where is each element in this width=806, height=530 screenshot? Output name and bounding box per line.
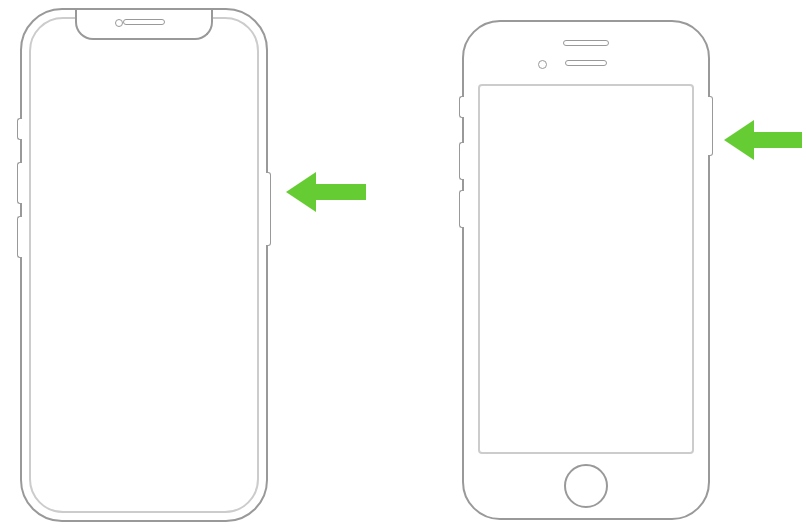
volume-down-button [17,216,22,258]
phone-home-button [462,20,710,520]
mute-switch [17,118,22,140]
side-button [708,96,713,156]
volume-down-button [459,190,464,228]
home-button [564,464,608,508]
phone-top-speaker [563,40,609,46]
phone-face-id [20,8,268,522]
volume-up-button [17,162,22,204]
phone-screen [29,17,259,513]
arrow-left-icon [716,112,806,168]
arrow-left-icon [276,164,374,220]
volume-up-button [459,142,464,180]
phone-camera-icon [538,60,547,69]
phone-screen [478,84,694,454]
mute-switch [459,96,464,118]
phone-speaker [123,19,165,25]
phone-camera-icon [115,19,123,27]
side-button [266,172,271,246]
phone-sensor [565,60,607,66]
phone-notch [75,10,213,40]
